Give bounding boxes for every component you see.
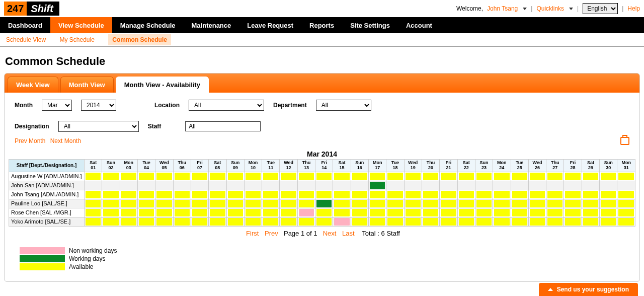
availability-cell[interactable]	[404, 217, 422, 226]
availability-cell[interactable]	[422, 181, 439, 190]
availability-cell[interactable]	[386, 199, 404, 208]
availability-cell[interactable]	[457, 199, 475, 208]
availability-cell[interactable]	[511, 208, 528, 217]
availability-cell[interactable]	[173, 199, 191, 208]
availability-cell[interactable]	[457, 181, 475, 190]
availability-cell[interactable]	[422, 190, 439, 199]
availability-cell[interactable]	[102, 172, 120, 181]
availability-cell[interactable]	[493, 199, 511, 208]
availability-cell[interactable]	[209, 199, 226, 208]
availability-cell[interactable]	[191, 172, 208, 181]
availability-cell[interactable]	[102, 199, 120, 208]
availability-cell[interactable]	[404, 208, 422, 217]
availability-cell[interactable]	[191, 208, 208, 217]
availability-cell[interactable]	[297, 208, 315, 217]
availability-cell[interactable]	[546, 217, 564, 226]
availability-cell[interactable]	[315, 217, 333, 226]
availability-cell[interactable]	[137, 208, 155, 217]
availability-cell[interactable]	[155, 199, 173, 208]
availability-cell[interactable]	[422, 217, 439, 226]
availability-cell[interactable]	[297, 217, 315, 226]
availability-cell[interactable]	[244, 208, 262, 217]
availability-cell[interactable]	[173, 181, 191, 190]
availability-cell[interactable]	[440, 217, 457, 226]
language-select[interactable]: English	[583, 3, 618, 14]
availability-cell[interactable]	[155, 208, 173, 217]
nav-site-settings[interactable]: Site Settings	[342, 17, 398, 33]
pager-last[interactable]: Last	[342, 230, 355, 237]
print-icon[interactable]	[620, 137, 629, 145]
tab-month-view[interactable]: Month View	[60, 77, 114, 93]
availability-cell[interactable]	[191, 190, 208, 199]
availability-cell[interactable]	[475, 208, 493, 217]
availability-cell[interactable]	[102, 190, 120, 199]
availability-cell[interactable]	[351, 217, 368, 226]
availability-cell[interactable]	[209, 190, 226, 199]
availability-cell[interactable]	[244, 199, 262, 208]
availability-cell[interactable]	[351, 172, 368, 181]
availability-cell[interactable]	[333, 208, 351, 217]
availability-cell[interactable]	[85, 199, 102, 208]
subnav-common-schedule[interactable]: Common Schedule	[108, 34, 171, 45]
availability-cell[interactable]	[244, 172, 262, 181]
availability-cell[interactable]	[120, 172, 137, 181]
availability-cell[interactable]	[369, 172, 386, 181]
availability-cell[interactable]	[85, 208, 102, 217]
availability-cell[interactable]	[617, 172, 635, 181]
availability-cell[interactable]	[493, 217, 511, 226]
availability-cell[interactable]	[137, 172, 155, 181]
availability-cell[interactable]	[85, 217, 102, 226]
availability-cell[interactable]	[511, 172, 528, 181]
availability-cell[interactable]	[85, 172, 102, 181]
availability-cell[interactable]	[528, 208, 546, 217]
availability-cell[interactable]	[475, 181, 493, 190]
availability-cell[interactable]	[386, 217, 404, 226]
pager-first[interactable]: First	[246, 230, 259, 237]
availability-cell[interactable]	[582, 217, 599, 226]
availability-cell[interactable]	[120, 181, 137, 190]
subnav-my-schedule[interactable]: My Schedule	[60, 36, 95, 43]
availability-cell[interactable]	[120, 208, 137, 217]
availability-cell[interactable]	[546, 199, 564, 208]
quicklinks-link[interactable]: Quicklinks	[536, 5, 564, 12]
availability-cell[interactable]	[351, 181, 368, 190]
prev-month-link[interactable]: Prev Month	[15, 137, 45, 144]
availability-cell[interactable]	[244, 217, 262, 226]
availability-cell[interactable]	[173, 172, 191, 181]
availability-cell[interactable]	[333, 190, 351, 199]
availability-cell[interactable]	[262, 181, 280, 190]
availability-cell[interactable]	[600, 172, 617, 181]
pager-prev[interactable]: Prev	[265, 230, 278, 237]
availability-cell[interactable]	[191, 217, 208, 226]
nav-leave-request[interactable]: Leave Request	[239, 17, 301, 33]
availability-cell[interactable]	[280, 172, 297, 181]
availability-cell[interactable]	[511, 190, 528, 199]
nav-reports[interactable]: Reports	[301, 17, 342, 33]
availability-cell[interactable]	[369, 181, 386, 190]
availability-cell[interactable]	[422, 172, 439, 181]
availability-cell[interactable]	[191, 199, 208, 208]
tab-week-view[interactable]: Week View	[8, 77, 58, 93]
help-link[interactable]: Help	[627, 5, 640, 12]
availability-cell[interactable]	[191, 181, 208, 190]
availability-cell[interactable]	[280, 217, 297, 226]
availability-cell[interactable]	[137, 190, 155, 199]
availability-cell[interactable]	[137, 217, 155, 226]
availability-cell[interactable]	[262, 199, 280, 208]
availability-cell[interactable]	[369, 208, 386, 217]
availability-cell[interactable]	[297, 199, 315, 208]
availability-cell[interactable]	[120, 199, 137, 208]
availability-cell[interactable]	[262, 190, 280, 199]
availability-cell[interactable]	[564, 199, 582, 208]
designation-select[interactable]: All	[58, 121, 139, 132]
availability-cell[interactable]	[404, 190, 422, 199]
availability-cell[interactable]	[582, 199, 599, 208]
availability-cell[interactable]	[422, 199, 439, 208]
availability-cell[interactable]	[315, 208, 333, 217]
logo[interactable]: 247 Shift	[4, 2, 59, 16]
availability-cell[interactable]	[280, 181, 297, 190]
availability-cell[interactable]	[422, 208, 439, 217]
availability-cell[interactable]	[173, 208, 191, 217]
availability-cell[interactable]	[457, 208, 475, 217]
availability-cell[interactable]	[564, 208, 582, 217]
